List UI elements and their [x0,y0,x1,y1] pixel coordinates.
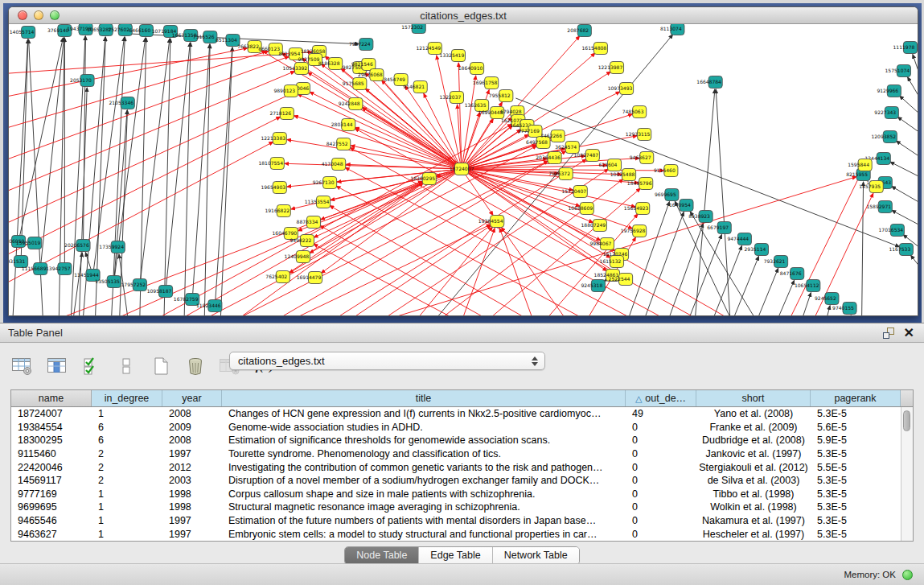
table-vertical-scrollbar[interactable] [901,407,913,541]
tab-network-table[interactable]: Network Table [493,547,579,564]
table-cell: 5.6E-5 [811,422,901,433]
show-columns-button[interactable] [45,356,69,377]
table-cell: 2008 [162,435,222,446]
table-cell: 5.3E-5 [811,488,901,500]
graph-node-label: 15720407 [561,188,586,194]
table-row[interactable]: 1872400712008Changes of HCN gene express… [11,407,901,421]
close-window-button[interactable] [18,10,27,20]
table-body: 1872400712008Changes of HCN gene express… [11,407,901,541]
column-header-short[interactable]: short [696,390,811,406]
table-cell: 1 [92,515,162,526]
memory-ok-indicator[interactable] [902,570,913,580]
table-cell: Changes of HCN gene expression and I(f) … [222,408,626,419]
table-row[interactable]: 946362711997Embryonic stem cells: a mode… [11,527,901,541]
column-header-out-degree[interactable]: △out_de… [626,390,696,406]
table-cell: 1 [92,529,162,540]
table-row[interactable]: 977716911998Corpus callosum shape and si… [11,488,901,501]
graph-node-label: 6497568 [526,139,548,145]
table-cell: 0 [626,448,696,459]
column-header-in-degree[interactable]: in_degree [92,390,162,406]
tab-edge-table[interactable]: Edge Table [419,547,492,564]
graph-node-label: 6679197 [707,225,729,230]
graph-node-label: 9498222 [290,237,312,243]
graph-node-label: 9146821 [403,84,425,89]
table-row[interactable]: 1830029562008Estimation of significance … [11,434,901,447]
graph-node-label: 9474444 [727,236,749,241]
table-cell: 5.3E-5 [811,515,901,526]
table-cell: Hescheler et al. (1997) [696,529,811,540]
table-mode-button[interactable] [10,356,35,377]
close-panel-icon[interactable]: ✕ [904,328,914,339]
delete-columns-button[interactable] [183,356,207,377]
graph-node-label: 1527602 [108,27,129,32]
table-cell: 1998 [162,501,222,513]
graph-node-label: 12124549 [416,45,441,51]
graph-node-label: 16046790 [273,230,298,236]
create-new-column-button[interactable] [149,356,173,377]
graph-node-label: 8878334 [297,219,318,225]
table-header-row: name in_degree year title △out_de… short… [11,390,913,407]
table-cell: Estimation of the future numbers of pati… [222,515,626,526]
table-cell: 9463627 [11,529,92,540]
graph-node-label: 9245652 [815,295,836,301]
window-titlebar[interactable]: citations_edges.txt [9,7,918,24]
tab-node-table[interactable]: Node Table [345,547,419,564]
column-header-year[interactable]: year [162,390,222,406]
graph-node-label: 21053346 [109,100,133,105]
table-row[interactable]: 969969511998Structural magnetic resonanc… [11,501,901,514]
graph-node-label: 29676068 [358,72,383,77]
table-cell: 0 [626,501,696,513]
graph-node-label: 9227343 [874,109,896,115]
table-cell: 5.3E-5 [811,529,901,540]
column-header-name[interactable]: name [11,390,92,406]
graph-node-label: 10807487 [573,152,598,158]
table-cell: Corpus callosum shape and size in male p… [222,488,626,500]
table-selector-dropdown[interactable]: citations_edges.txt [229,352,545,370]
graph-node-label: 13325419 [440,52,465,58]
float-panel-icon[interactable] [883,328,894,339]
table-selector-value: citations_edges.txt [230,355,528,367]
zoom-window-button[interactable] [50,10,60,20]
table-row[interactable]: 1456911722003Disruption of a novel membe… [11,474,901,488]
graph-node-label: 2803144 [331,122,353,127]
graph-node-label: 18107554 [258,160,283,166]
network-canvas[interactable]: 1405571437691401943719810653287152760264… [9,24,918,315]
network-view-window[interactable]: citations_edges.txt 14055714376914019437… [8,6,918,316]
graph-node-label: 8471676 [780,270,802,276]
graph-node-label: 9984067 [590,241,612,246]
table-cell: 9777169 [11,488,92,500]
table-panel-header: Table Panel ✕ [0,323,924,343]
graph-node-label: 2053170 [70,77,92,83]
table-cell: 0 [626,515,696,526]
column-header-title[interactable]: title [222,390,626,406]
table-cell: Structural magnetic resonance image aver… [222,501,626,513]
table-cell: 9699695 [11,501,92,513]
table-row[interactable]: 911546021997Tourette syndrome. Phenomeno… [11,447,901,461]
select-all-rows-button[interactable] [80,356,104,377]
table-cell: 0 [626,488,696,500]
table-cell: Dudbridge et al. (2008) [696,435,811,446]
graph-node-label: 1640954 [669,202,691,208]
graph-node-label: 7663822 [237,43,259,49]
column-header-pagerank[interactable]: pagerank [811,390,901,406]
table-row[interactable]: 2242004622012Investigating the contribut… [11,460,901,474]
table-cell: 18300295 [11,435,92,446]
graph-node-label: 10654112 [795,282,819,288]
table-cell: Genome-wide association studies in ADHD. [222,422,626,433]
graph-node-label: 14055714 [10,29,35,35]
table-cell: 5.5E-5 [811,462,901,473]
graph-node-label: 7957224 [349,41,371,47]
graph-node-label: 3931531 [9,258,26,264]
table-row[interactable]: 946554611997Estimation of the future num… [11,514,901,528]
graph-node-label: 3624574 [555,144,577,150]
table-cell: Jankovic et al. (1997) [696,448,811,459]
dropdown-stepper-icon [528,356,544,366]
clear-selection-button[interactable] [114,356,138,377]
graph-node-label: 18300295 [410,175,435,181]
graph-node-label: 8511304 [216,37,237,43]
minimize-window-button[interactable] [34,10,43,20]
scrollbar-thumb[interactable] [903,410,910,431]
table-row[interactable]: 1938455462009Genome-wide association stu… [11,421,901,435]
table-cell: 2008 [162,408,222,419]
graph-node-label: 12213987 [598,64,623,70]
